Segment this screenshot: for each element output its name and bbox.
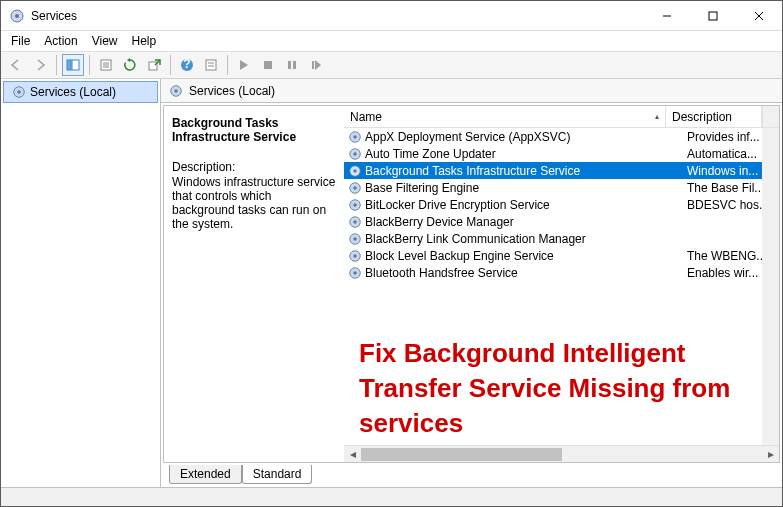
svg-point-29 [353, 152, 357, 156]
svg-point-27 [353, 135, 357, 139]
start-service-button [233, 54, 255, 76]
window-title: Services [31, 9, 77, 23]
stop-service-button [257, 54, 279, 76]
svg-rect-20 [293, 61, 296, 69]
svg-point-39 [353, 237, 357, 241]
pause-service-button [281, 54, 303, 76]
service-row[interactable]: BlackBerry Link Communication Manager [344, 230, 779, 247]
svg-rect-7 [72, 60, 79, 70]
gear-icon [12, 85, 26, 99]
detail-pane: Background Tasks Infrastructure Service … [164, 106, 344, 462]
gear-icon [348, 181, 362, 195]
gear-icon [348, 198, 362, 212]
right-pane: Services (Local) Background Tasks Infras… [161, 79, 782, 487]
status-bar [1, 488, 782, 506]
description-label: Description: [172, 160, 336, 174]
svg-point-1 [15, 14, 19, 18]
tab-extended[interactable]: Extended [169, 465, 242, 484]
title-bar: Services [1, 1, 782, 31]
gear-icon [348, 130, 362, 144]
column-header-name[interactable]: Name▴ [344, 106, 666, 127]
svg-point-41 [353, 254, 357, 258]
svg-point-23 [17, 90, 21, 94]
service-name-cell: AppX Deployment Service (AppXSVC) [344, 130, 683, 144]
tree-pane: Services (Local) [1, 79, 161, 487]
vertical-scrollbar[interactable] [762, 128, 779, 445]
svg-point-33 [353, 186, 357, 190]
service-name-cell: Base Filtering Engine [344, 181, 683, 195]
column-header-description[interactable]: Description [666, 106, 762, 127]
service-name-cell: Background Tasks Infrastructure Service [344, 164, 683, 178]
svg-rect-6 [67, 60, 71, 70]
window-controls [644, 1, 782, 31]
svg-rect-3 [709, 12, 717, 20]
scroll-right-button[interactable]: ▸ [762, 446, 779, 463]
gear-icon [348, 249, 362, 263]
gear-icon [348, 147, 362, 161]
service-name-cell: BlackBerry Link Communication Manager [344, 232, 683, 246]
menu-bar: File Action View Help [1, 31, 782, 51]
nav-forward-button [29, 54, 51, 76]
service-name-cell: BitLocker Drive Encryption Service [344, 198, 683, 212]
svg-text:?: ? [183, 58, 190, 71]
nav-back-button [5, 54, 27, 76]
services-app-icon [9, 8, 25, 24]
gear-icon [348, 266, 362, 280]
service-row[interactable]: Auto Time Zone UpdaterAutomatica... [344, 145, 779, 162]
pane-header: Services (Local) [161, 79, 782, 103]
properties-button[interactable] [95, 54, 117, 76]
svg-rect-21 [312, 61, 314, 69]
service-row[interactable]: BitLocker Drive Encryption ServiceBDESVC… [344, 196, 779, 213]
svg-point-43 [353, 271, 357, 275]
restart-service-button [305, 54, 327, 76]
services-window: Services File Action View Help ? [0, 0, 783, 507]
gear-icon [348, 215, 362, 229]
service-name-cell: Bluetooth Handsfree Service [344, 266, 683, 280]
scroll-left-button[interactable]: ◂ [344, 446, 361, 463]
help-button[interactable]: ? [176, 54, 198, 76]
show-hide-tree-button[interactable] [62, 54, 84, 76]
svg-rect-18 [264, 61, 272, 69]
service-row[interactable]: Block Level Backup Engine ServiceThe WBE… [344, 247, 779, 264]
scroll-thumb[interactable] [361, 448, 562, 461]
scroll-track[interactable] [361, 446, 762, 463]
svg-rect-19 [288, 61, 291, 69]
refresh-button[interactable] [119, 54, 141, 76]
description-text: Windows infrastructure service that cont… [172, 175, 336, 231]
minimize-button[interactable] [644, 1, 690, 31]
list-pane: Name▴ Description AppX Deployment Servic… [344, 106, 779, 462]
sort-indicator-icon: ▴ [655, 112, 659, 121]
export-list-button[interactable] [143, 54, 165, 76]
list-body: AppX Deployment Service (AppXSVC)Provide… [344, 128, 779, 445]
list-header: Name▴ Description [344, 106, 779, 128]
menu-help[interactable]: Help [132, 34, 157, 48]
service-name-cell: BlackBerry Device Manager [344, 215, 683, 229]
service-row[interactable]: Background Tasks Infrastructure ServiceW… [344, 162, 779, 179]
view-tabs: Extended Standard [163, 463, 780, 485]
menu-view[interactable]: View [92, 34, 118, 48]
menu-file[interactable]: File [11, 34, 30, 48]
menu-action[interactable]: Action [44, 34, 77, 48]
pane-header-label: Services (Local) [189, 84, 275, 98]
tab-standard[interactable]: Standard [242, 465, 313, 484]
svg-point-37 [353, 220, 357, 224]
gear-icon [169, 84, 183, 98]
gear-icon [348, 164, 362, 178]
service-row[interactable]: BlackBerry Device Manager [344, 213, 779, 230]
service-name-cell: Block Level Backup Engine Service [344, 249, 683, 263]
service-row[interactable]: Bluetooth Handsfree ServiceEnables wir..… [344, 264, 779, 281]
properties2-button[interactable] [200, 54, 222, 76]
horizontal-scrollbar[interactable]: ◂ ▸ [344, 445, 779, 462]
maximize-button[interactable] [690, 1, 736, 31]
svg-rect-15 [206, 60, 216, 70]
close-button[interactable] [736, 1, 782, 31]
gear-icon [348, 232, 362, 246]
service-row[interactable]: Base Filtering EngineThe Base Fil... [344, 179, 779, 196]
scroll-gutter [762, 106, 779, 127]
tree-item-label: Services (Local) [30, 85, 116, 99]
selected-service-name: Background Tasks Infrastructure Service [172, 116, 336, 144]
service-row[interactable]: AppX Deployment Service (AppXSVC)Provide… [344, 128, 779, 145]
svg-point-25 [174, 89, 178, 93]
tree-item-services-local[interactable]: Services (Local) [3, 81, 158, 103]
svg-point-35 [353, 203, 357, 207]
